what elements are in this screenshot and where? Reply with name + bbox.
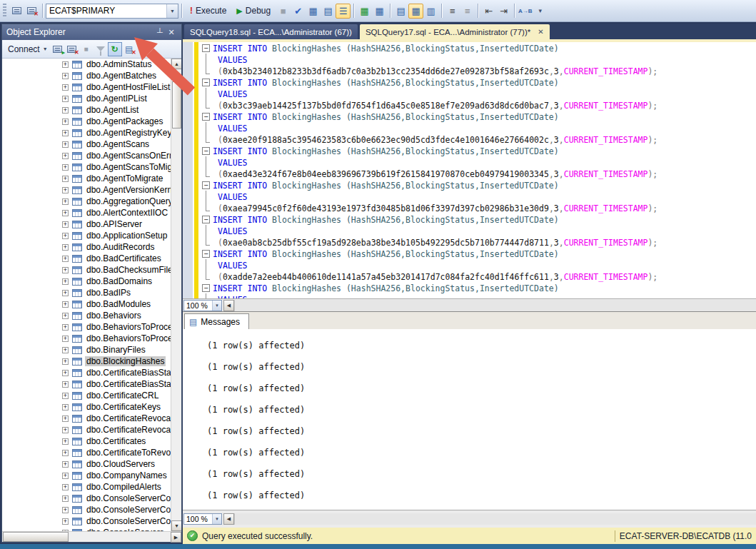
expander-plus-icon[interactable]: +	[62, 130, 69, 136]
tree-item-label[interactable]: dbo.AgentHostFileList	[85, 82, 171, 92]
scrollbar-thumb[interactable]	[3, 532, 69, 542]
editor-zoom-dropdown[interactable]: 100 % ▼	[183, 300, 222, 311]
tree-item-label[interactable]: dbo.BadModules	[85, 299, 152, 309]
tree-item[interactable]: +dbo.AgentIPList	[2, 93, 171, 104]
disconnect-server-icon[interactable]: ✕	[65, 42, 79, 56]
tree-item-label[interactable]: dbo.AggregationQuery	[85, 196, 171, 206]
fold-minus-icon[interactable]: −	[202, 147, 210, 155]
tree-item-label[interactable]: dbo.CertificateToRevol	[85, 448, 171, 458]
tree-item[interactable]: +dbo.CertificateKeys	[2, 401, 171, 413]
tree-item[interactable]: +dbo.AgentScansToMigr	[2, 161, 171, 173]
expander-plus-icon[interactable]: +	[62, 381, 69, 388]
tree-item[interactable]: +dbo.CertificateToRevol	[2, 447, 171, 458]
tree-item[interactable]: +dbo.AdminStatus	[2, 59, 171, 70]
tree-item-label[interactable]: dbo.AgentScansOnErro	[85, 151, 171, 161]
refresh-icon[interactable]: ↻	[108, 42, 122, 56]
tree-item-label[interactable]: dbo.AgentIPList	[85, 94, 148, 104]
fold-minus-icon[interactable]: −	[202, 250, 210, 258]
tree-item[interactable]: +dbo.CertificateRevocat	[2, 424, 171, 435]
messages-output[interactable]: (1 row(s) affected)(1 row(s) affected)(1…	[183, 329, 756, 510]
expander-plus-icon[interactable]: +	[62, 324, 69, 331]
messages-zoom-dropdown[interactable]: 100 % ▼	[183, 513, 222, 525]
tree-item-label[interactable]: dbo.BadCertificates	[85, 253, 163, 263]
tree-item-label[interactable]: dbo.BadDomains	[85, 276, 153, 286]
expander-plus-icon[interactable]: +	[62, 164, 69, 171]
dropdown-arrow-icon[interactable]: ▼	[166, 4, 178, 18]
results-to-grid-icon[interactable]: ▦	[408, 4, 423, 19]
debug-button[interactable]: ▶ Debug	[231, 3, 276, 19]
uncomment-icon[interactable]: ≡	[460, 4, 475, 19]
tree-item[interactable]: +dbo.ConsoleServerCom	[2, 504, 171, 515]
tree-item-label[interactable]: dbo.AgentScans	[85, 139, 151, 149]
intellisense-enabled-icon[interactable]: ▦	[357, 4, 372, 19]
results-to-file-icon[interactable]: ▥	[423, 4, 438, 19]
expander-plus-icon[interactable]: +	[62, 404, 69, 411]
tree-item-label[interactable]: dbo.CertificateCRL	[85, 391, 160, 401]
tree-item-label[interactable]: dbo.ConsoleServerCom	[85, 505, 171, 515]
tree-item-label[interactable]: dbo.ApplicationSetup	[85, 231, 168, 241]
scroll-down-button[interactable]: ▼	[171, 520, 181, 531]
editor-horizontal-scrollbar[interactable]	[234, 300, 756, 311]
tree-item-label[interactable]: dbo.CertificateBiasStat	[85, 379, 171, 389]
tree-item-label[interactable]: dbo.AdminStatus	[85, 59, 153, 69]
fold-minus-icon[interactable]: −	[202, 113, 210, 121]
expander-plus-icon[interactable]: +	[62, 301, 69, 308]
tree-item[interactable]: +dbo.BinaryFiles	[2, 344, 171, 356]
tree-item-label[interactable]: dbo.AgentRegistryKeyI	[85, 128, 171, 138]
tree-item-label[interactable]: dbo.BadChecksumFiles	[85, 265, 171, 275]
tree-item-label[interactable]: dbo.BehaviorsToProces	[85, 333, 171, 343]
tree-item[interactable]: +dbo.ConsoleServerCom	[2, 515, 171, 527]
tab-sqlquery17[interactable]: SQLQuery17.sql - ECA...\Administrator (7…	[360, 24, 550, 39]
expander-plus-icon[interactable]: +	[62, 233, 69, 239]
expander-plus-icon[interactable]: +	[62, 393, 69, 399]
code-text[interactable]: INSERT INTO BlockingHashes (HashSHA256,B…	[213, 43, 756, 298]
expander-plus-icon[interactable]: +	[62, 336, 69, 342]
pin-icon[interactable]: ┴	[154, 28, 166, 36]
tree-item-label[interactable]: dbo.AgentList	[85, 105, 140, 115]
change-connection-icon[interactable]: ✕	[24, 4, 39, 19]
tree-item-label[interactable]: dbo.ConsoleServerCom	[85, 516, 171, 526]
tree-item[interactable]: +dbo.CertificateCRL	[2, 390, 171, 401]
expander-plus-icon[interactable]: +	[62, 61, 69, 68]
messages-horizontal-scrollbar[interactable]	[234, 513, 756, 525]
tree-item-label[interactable]: dbo.ConsoleServerCom	[85, 493, 171, 503]
tree-item[interactable]: +dbo.AgentRegistryKeyI	[2, 127, 171, 138]
tree-item-label[interactable]: dbo.AgentScansToMigr	[85, 162, 171, 172]
tab-messages[interactable]: ▤ Messages	[184, 313, 249, 329]
tree-item[interactable]: +dbo.AuditRecords	[2, 241, 171, 253]
expander-plus-icon[interactable]: +	[62, 107, 69, 114]
expander-plus-icon[interactable]: +	[62, 358, 69, 365]
expander-plus-icon[interactable]: +	[62, 187, 69, 193]
tree-item-label[interactable]: dbo.CertificateKeys	[85, 402, 162, 412]
tree-item[interactable]: +dbo.BadCertificates	[2, 253, 171, 264]
tree-item-label[interactable]: dbo.APIServer	[85, 219, 143, 229]
expander-plus-icon[interactable]: +	[62, 73, 69, 79]
expander-plus-icon[interactable]: +	[62, 278, 69, 285]
tree-item[interactable]: +dbo.Certificates	[2, 435, 171, 447]
expander-plus-icon[interactable]: +	[62, 461, 69, 468]
scroll-left-button[interactable]: ◀	[223, 300, 234, 311]
scroll-up-button[interactable]: ▲	[171, 59, 181, 69]
expander-plus-icon[interactable]: +	[62, 221, 69, 228]
tree-item[interactable]: +dbo.BehaviorsToProces	[2, 321, 171, 333]
fold-minus-icon[interactable]: −	[202, 44, 210, 52]
expander-plus-icon[interactable]: +	[62, 518, 69, 525]
script-icon[interactable]: ▤ ✕	[122, 42, 136, 56]
fold-minus-icon[interactable]: −	[202, 284, 210, 292]
expander-plus-icon[interactable]: +	[62, 96, 69, 102]
tree-item[interactable]: +dbo.CertificateBiasStat	[2, 367, 171, 378]
tree-item[interactable]: +dbo.AgentList	[2, 104, 171, 116]
tree-item[interactable]: +dbo.CompiledAlerts	[2, 481, 171, 493]
expander-plus-icon[interactable]: +	[62, 484, 69, 490]
scrollbar-thumb[interactable]	[172, 81, 181, 129]
tree-item-label[interactable]: dbo.AuditRecords	[85, 242, 156, 252]
tree-item[interactable]: +dbo.BlockingHashes	[2, 356, 171, 367]
toolbar-overflow-button[interactable]: ▾	[533, 4, 548, 19]
expander-plus-icon[interactable]: +	[62, 473, 69, 479]
expander-plus-icon[interactable]: +	[62, 198, 69, 205]
tree-item[interactable]: +dbo.AgentScans	[2, 138, 171, 150]
tree-item-label[interactable]: dbo.Behaviors	[85, 311, 143, 321]
expander-plus-icon[interactable]: +	[62, 347, 69, 353]
tree-item[interactable]: +dbo.BadIPs	[2, 287, 171, 298]
tree-item-label[interactable]: dbo.CloudServers	[85, 459, 156, 469]
